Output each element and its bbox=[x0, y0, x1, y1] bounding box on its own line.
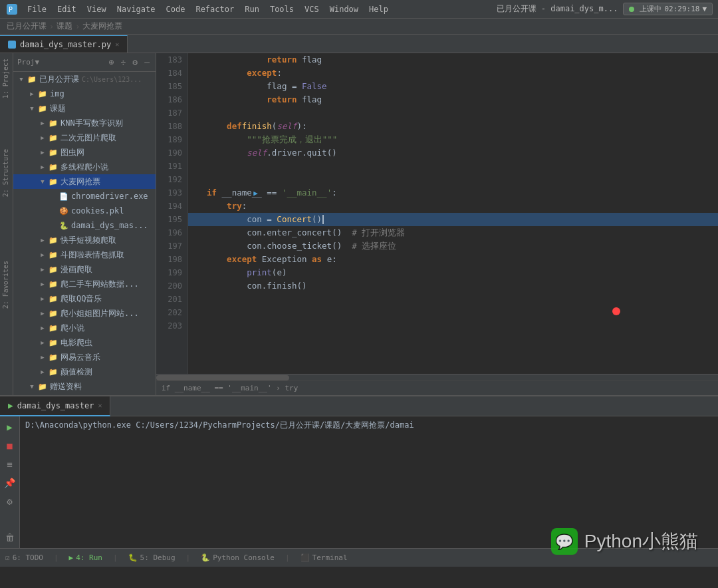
code-editor[interactable]: return flag except: flag = False bbox=[188, 53, 718, 374]
folder-icon-douge: 📁 bbox=[48, 249, 59, 260]
status-python-console[interactable]: 🐍 Python Console bbox=[201, 553, 275, 562]
run-scroll-btn[interactable]: ≡ bbox=[2, 456, 18, 472]
code-line-190: self.driver.quit() bbox=[188, 146, 718, 160]
debug-status-icon: 🐛 bbox=[128, 553, 138, 562]
run-tab-damai[interactable]: ▶ damai_dys_master ✕ bbox=[0, 396, 110, 416]
tree-jiemei[interactable]: ▶ 📁 爬小姐姐图片网站... bbox=[13, 306, 156, 321]
tree-name-qq: 爬取QQ音乐 bbox=[60, 293, 102, 305]
line-num-198: 198 bbox=[162, 253, 182, 266]
tree-name-multithread: 多线程爬小说 bbox=[60, 162, 108, 173]
run-pin-btn[interactable]: 📌 bbox=[2, 475, 18, 491]
folder-icon-qq: 📁 bbox=[48, 293, 59, 304]
tree-arrow-zengsong: ▼ bbox=[27, 383, 37, 390]
tree-damai-py[interactable]: 🐍 damai_dys_mas... bbox=[13, 218, 156, 233]
tab-damai[interactable]: damai_dys_master.py ✕ bbox=[0, 35, 128, 53]
folder-icon-tuchong: 📁 bbox=[48, 147, 59, 158]
tree-yanzhijiance[interactable]: ▶ 📁 颜值检测 bbox=[13, 365, 156, 379]
tree-qq[interactable]: ▶ 📁 爬取QQ音乐 bbox=[13, 291, 156, 306]
tree-name-yanzhi: 颜值检测 bbox=[60, 367, 92, 378]
sync-btn[interactable]: ⊕ bbox=[107, 56, 116, 69]
tab-bar: damai_dys_master.py ✕ bbox=[0, 35, 718, 53]
run-tab-label: damai_dys_master bbox=[17, 401, 94, 410]
python-console-icon: 🐍 bbox=[201, 553, 210, 562]
breadcrumb-item-3[interactable]: 大麦网抢票 bbox=[82, 21, 122, 32]
run-trash-btn[interactable]: 🗑 bbox=[2, 529, 18, 545]
folder-icon-wyy: 📁 bbox=[48, 352, 59, 363]
line-num-191: 191 bbox=[162, 160, 182, 173]
tree-arrow-img: ▶ bbox=[27, 90, 37, 97]
tree-manhua[interactable]: ▶ 📁 漫画爬取 bbox=[13, 262, 156, 277]
tree-cookies[interactable]: 🍪 cookies.pkl bbox=[13, 204, 156, 218]
menu-window[interactable]: Window bbox=[325, 3, 363, 15]
line-num-197: 197 bbox=[162, 239, 182, 253]
menu-navigate[interactable]: Navigate bbox=[112, 3, 160, 15]
menu-code[interactable]: Code bbox=[162, 3, 190, 15]
tree-ershouche[interactable]: ▶ 📁 爬二手车网站数据... bbox=[13, 277, 156, 291]
tree-img[interactable]: ▶ 📁 img bbox=[13, 86, 156, 101]
status-debug[interactable]: 🐛 5: Debug bbox=[128, 553, 176, 562]
settings-icon[interactable]: ⚙ bbox=[130, 56, 140, 69]
status-todo[interactable]: ☑ 6: TODO bbox=[5, 553, 43, 562]
tree-name-damai-py: damai_dys_mas... bbox=[71, 221, 148, 230]
run-tab-close[interactable]: ✕ bbox=[98, 402, 102, 409]
code-line-199: print(e) bbox=[188, 266, 718, 279]
breadcrumb-item-2[interactable]: 课题 bbox=[57, 21, 72, 32]
tree-root[interactable]: ▼ 📁 已月公开课 C:\Users\123... bbox=[13, 72, 156, 86]
folder-icon-xiaoshuo: 📁 bbox=[48, 323, 59, 333]
tree-damai[interactable]: ▼ 📁 大麦网抢票 bbox=[13, 174, 156, 189]
tree-kuaishou[interactable]: ▶ 📁 快手短视频爬取 bbox=[13, 233, 156, 247]
breadcrumb-sep-2: › bbox=[75, 22, 80, 31]
run-stop-btn[interactable]: ■ bbox=[2, 438, 18, 454]
tree-root-name: 已月公开课 bbox=[39, 74, 79, 85]
tree-wyy[interactable]: ▶ 📁 网易云音乐 bbox=[13, 350, 156, 365]
tree-tuchong[interactable]: ▶ 📁 图虫网 bbox=[13, 145, 156, 160]
tree-knn[interactable]: ▶ 📁 KNN手写数字识别 bbox=[13, 116, 156, 130]
run-settings-btn[interactable]: ⚙ bbox=[2, 494, 18, 510]
code-scrollbar[interactable] bbox=[156, 374, 718, 380]
menu-file[interactable]: File bbox=[23, 3, 51, 15]
menu-run[interactable]: Run bbox=[240, 3, 264, 15]
side-label-project[interactable]: 1: Project bbox=[0, 53, 13, 104]
code-line-192 bbox=[188, 173, 718, 186]
todo-icon: ☑ bbox=[5, 553, 10, 562]
line-num-183: 183 bbox=[162, 53, 182, 67]
status-terminal[interactable]: ⬛ Terminal bbox=[300, 553, 348, 562]
tree-name-knn: KNN手写数字识别 bbox=[60, 118, 123, 129]
menu-refactor[interactable]: Refactor bbox=[191, 3, 239, 15]
breadcrumb-item-1[interactable]: 已月公开课 bbox=[7, 21, 47, 32]
tree-douge[interactable]: ▶ 📁 斗图啦表情包抓取 bbox=[13, 247, 156, 262]
line-num-186: 186 bbox=[162, 93, 182, 106]
status-run[interactable]: ▶ 4: Run bbox=[69, 553, 102, 562]
terminal-icon: ⬛ bbox=[300, 553, 310, 562]
menu-view[interactable]: View bbox=[82, 3, 111, 15]
run-sidebar: ▶ ■ ≡ 📌 ⚙ 🗑 bbox=[0, 416, 20, 548]
menu-edit[interactable]: Edit bbox=[53, 3, 81, 15]
tree-zengsong[interactable]: ▼ 📁 赠送资料 bbox=[13, 379, 156, 394]
menu-tools[interactable]: Tools bbox=[265, 3, 299, 15]
code-line-188: def finish(self): bbox=[188, 120, 718, 133]
run-restart-btn[interactable]: ▶ bbox=[2, 419, 18, 435]
code-container[interactable]: 183 184 185 186 187 188 189 190 191 192 … bbox=[156, 53, 718, 374]
tree-name-zengsong: 赠送资料 bbox=[50, 381, 82, 392]
status-button[interactable]: 上课中 02:29:18 ▼ bbox=[623, 3, 713, 15]
tab-close-button[interactable]: ✕ bbox=[115, 41, 119, 48]
tree-chromedriver[interactable]: 📄 chromedriver.exe bbox=[13, 189, 156, 204]
menu-vcs[interactable]: VCS bbox=[300, 3, 324, 15]
tree-arrow-dianying: ▶ bbox=[37, 339, 48, 346]
side-label-favorites[interactable]: 2: Favorites bbox=[0, 255, 13, 314]
code-line-183: return flag bbox=[188, 53, 718, 67]
python-console-label: Python Console bbox=[213, 553, 275, 562]
menu-help[interactable]: Help bbox=[364, 3, 393, 15]
code-line-184: except: bbox=[188, 67, 718, 80]
tree-name-img: img bbox=[50, 89, 64, 98]
side-label-structure[interactable]: 2: Structure bbox=[0, 144, 13, 202]
close-panel-icon[interactable]: — bbox=[142, 56, 152, 69]
tree-artsign[interactable]: ▶ 📁 ArtSignGenerator bbox=[13, 394, 156, 395]
tree-2d[interactable]: ▶ 📁 二次元图片爬取 bbox=[13, 130, 156, 145]
tree-dianying[interactable]: ▶ 📁 电影爬虫 bbox=[13, 335, 156, 350]
tree-multithread[interactable]: ▶ 📁 多线程爬小说 bbox=[13, 160, 156, 174]
tree-xiaoshuo[interactable]: ▶ 📁 爬小说 bbox=[13, 321, 156, 335]
code-line-202 bbox=[188, 306, 718, 319]
gear-icon[interactable]: ÷ bbox=[119, 56, 128, 69]
tree-keti[interactable]: ▼ 📁 课题 bbox=[13, 101, 156, 116]
